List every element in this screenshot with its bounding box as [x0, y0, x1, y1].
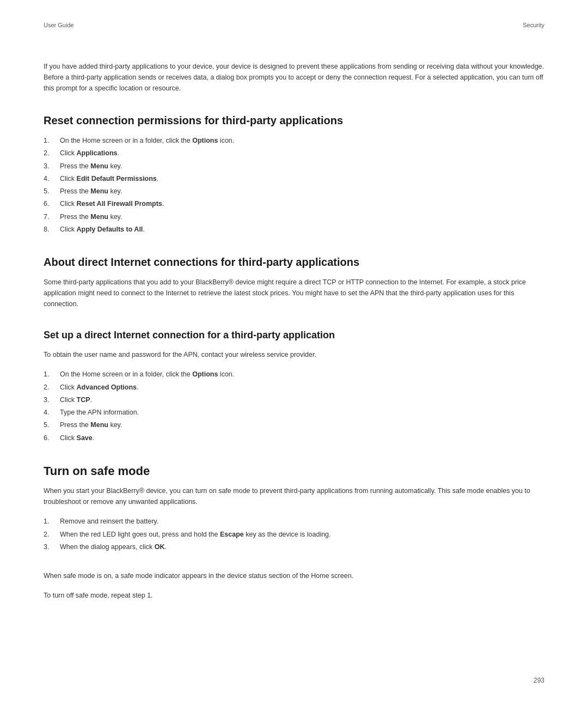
- list-item: 7. Press the Menu key.: [44, 211, 544, 223]
- page-header: User Guide Security: [44, 22, 544, 28]
- safe-mode-note-2: To turn off safe mode, repeat step 1.: [44, 590, 544, 601]
- header-left: User Guide: [44, 22, 74, 28]
- step-number: 5.: [44, 419, 60, 431]
- list-item: 4. Type the APN information.: [44, 407, 544, 418]
- list-item: 1. On the Home screen or in a folder, cl…: [44, 369, 544, 380]
- step-text: On the Home screen or in a folder, click…: [60, 369, 544, 380]
- step-text: Click Apply Defaults to All.: [60, 224, 544, 235]
- step-text: Press the Menu key.: [60, 419, 544, 431]
- step-number: 3.: [44, 394, 60, 406]
- list-item: 3. When the dialog appears, click OK.: [44, 541, 544, 553]
- section-about-direct-internet: About direct Internet connections for th…: [44, 255, 544, 309]
- step-text: On the Home screen or in a folder, click…: [60, 135, 544, 147]
- step-text: Type the APN information.: [60, 407, 544, 418]
- page-footer: 293: [534, 677, 544, 684]
- step-text: Press the Menu key.: [60, 161, 544, 172]
- step-text: Click Reset All Firewall Prompts.: [60, 198, 544, 210]
- step-number: 2.: [44, 148, 60, 159]
- section-heading-about-direct: About direct Internet connections for th…: [44, 255, 544, 269]
- list-item: 6. Click Reset All Firewall Prompts.: [44, 198, 544, 210]
- step-number: 1.: [44, 369, 60, 380]
- list-item: 3. Press the Menu key.: [44, 161, 544, 172]
- list-item: 2. When the red LED light goes out, pres…: [44, 529, 544, 540]
- setup-direct-steps: 1. On the Home screen or in a folder, cl…: [44, 369, 544, 444]
- safe-mode-steps: 1. Remove and reinsert the battery. 2. W…: [44, 516, 544, 553]
- list-item: 1. On the Home screen or in a folder, cl…: [44, 135, 544, 147]
- setup-direct-intro: To obtain the user name and password for…: [44, 349, 544, 360]
- reset-connection-steps: 1. On the Home screen or in a folder, cl…: [44, 135, 544, 235]
- list-item: 5. Press the Menu key.: [44, 419, 544, 431]
- step-text: When the red LED light goes out, press a…: [60, 529, 544, 540]
- step-text: Click Advanced Options.: [60, 382, 544, 393]
- safe-mode-intro: When you start your BlackBerry® device, …: [44, 485, 544, 507]
- section-heading-reset-connection: Reset connection permissions for third-p…: [44, 113, 544, 127]
- section-heading-setup-direct: Set up a direct Internet connection for …: [44, 329, 544, 342]
- step-text: Click TCP.: [60, 394, 544, 406]
- step-text: Click Save.: [60, 433, 544, 444]
- list-item: 1. Remove and reinsert the battery.: [44, 516, 544, 527]
- step-number: 4.: [44, 173, 60, 185]
- step-number: 3.: [44, 541, 60, 553]
- section-reset-connection: Reset connection permissions for third-p…: [44, 113, 544, 235]
- step-number: 5.: [44, 186, 60, 197]
- step-number: 2.: [44, 382, 60, 393]
- step-number: 4.: [44, 407, 60, 418]
- list-item: 2. Click Advanced Options.: [44, 382, 544, 393]
- list-item: 2. Click Applications.: [44, 148, 544, 159]
- step-text: Click Edit Default Permissions.: [60, 173, 544, 185]
- step-text: Press the Menu key.: [60, 186, 544, 197]
- step-text: Remove and reinsert the battery.: [60, 516, 544, 527]
- section-setup-direct-internet: Set up a direct Internet connection for …: [44, 329, 544, 444]
- intro-paragraph: If you have added third-party applicatio…: [44, 61, 544, 94]
- list-item: 6. Click Save.: [44, 433, 544, 444]
- header-right: Security: [523, 22, 544, 28]
- list-item: 4. Click Edit Default Permissions.: [44, 173, 544, 185]
- step-number: 1.: [44, 516, 60, 527]
- list-item: 8. Click Apply Defaults to All.: [44, 224, 544, 235]
- section-turn-on-safe-mode: Turn on safe mode When you start your Bl…: [44, 464, 544, 601]
- list-item: 3. Click TCP.: [44, 394, 544, 406]
- page-container: User Guide Security If you have added th…: [0, 0, 588, 706]
- step-number: 1.: [44, 135, 60, 147]
- step-number: 3.: [44, 161, 60, 172]
- step-number: 7.: [44, 211, 60, 223]
- page-number: 293: [534, 677, 544, 684]
- list-item: 5. Press the Menu key.: [44, 186, 544, 197]
- step-number: 2.: [44, 529, 60, 540]
- section-heading-safe-mode: Turn on safe mode: [44, 464, 544, 479]
- step-number: 8.: [44, 224, 60, 235]
- step-text: When the dialog appears, click OK.: [60, 541, 544, 553]
- step-number: 6.: [44, 433, 60, 444]
- step-text: Click Applications.: [60, 148, 544, 159]
- step-number: 6.: [44, 198, 60, 210]
- about-direct-body: Some third-party applications that you a…: [44, 277, 544, 309]
- safe-mode-note-1: When safe mode is on, a safe mode indica…: [44, 570, 544, 581]
- step-text: Press the Menu key.: [60, 211, 544, 223]
